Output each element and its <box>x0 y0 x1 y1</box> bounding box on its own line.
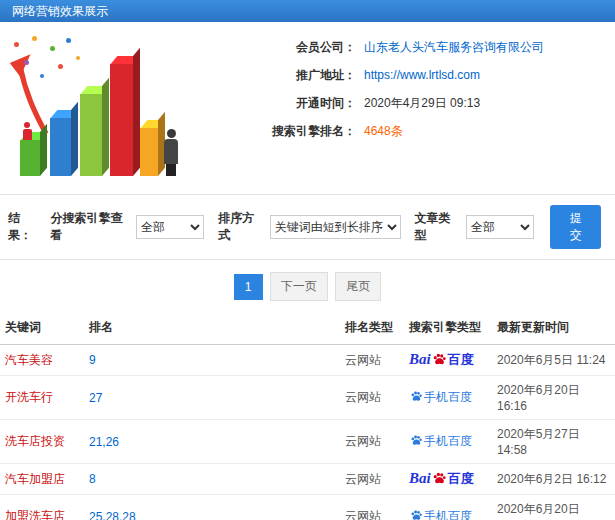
rank-cell[interactable]: 25,28,28 <box>84 495 340 520</box>
engine-cell: 手机百度 <box>404 420 492 464</box>
open-time-value: 2020年4月29日 09:13 <box>364 95 480 112</box>
type-select[interactable]: 全部 <box>466 215 534 239</box>
field-rank-count: 搜索引擎排名： 4648条 <box>196 122 609 140</box>
update-time-cell: 2020年6月20日 16:11 <box>492 495 615 520</box>
field-open-time: 开通时间： 2020年4月29日 09:13 <box>196 94 609 112</box>
member-info: 会员公司： 山东老人头汽车服务咨询有限公司 推广地址： https://www.… <box>196 30 609 182</box>
rank-count-value: 4648条 <box>364 123 403 140</box>
small-person-figure <box>20 122 34 140</box>
field-company: 会员公司： 山东老人头汽车服务咨询有限公司 <box>196 38 609 56</box>
engine-select[interactable]: 全部 <box>136 215 204 239</box>
bar-chart-illustration <box>6 30 196 182</box>
rank-cell[interactable]: 8 <box>84 464 340 495</box>
type-filter-label: 文章类型 <box>415 210 460 244</box>
rank-type-cell: 云网站 <box>340 345 404 376</box>
bar-lightgreen <box>80 94 102 176</box>
header-rank-type: 排名类型 <box>340 311 404 345</box>
header-keyword: 关键词 <box>0 311 84 345</box>
confetti-dot <box>24 60 29 65</box>
sort-select[interactable]: 关键词由短到长排序 <box>270 215 401 239</box>
mobile-baidu-logo: 手机百度 <box>409 390 472 404</box>
field-label: 推广地址： <box>196 67 356 84</box>
update-time-cell: 2020年6月20日 16:16 <box>492 376 615 420</box>
company-link[interactable]: 山东老人头汽车服务咨询有限公司 <box>364 39 544 56</box>
confetti-dot <box>58 64 63 69</box>
confetti-dot <box>32 36 37 41</box>
header-engine-type: 搜索引擎类型 <box>404 311 492 345</box>
rank-type-cell: 云网站 <box>340 495 404 520</box>
baidu-paw-icon <box>410 509 423 520</box>
app-header: 网络营销效果展示 <box>0 0 615 22</box>
confetti-dot <box>76 56 80 60</box>
last-page-button[interactable]: 尾页 <box>335 272 381 301</box>
update-time-cell: 2020年6月2日 16:12 <box>492 464 615 495</box>
pagination: 1 下一页 尾页 <box>0 260 615 311</box>
result-label: 结果： <box>8 210 42 244</box>
keyword-cell: 汽车美容 <box>0 345 84 376</box>
header-update-time: 最新更新时间 <box>492 311 615 345</box>
engine-cell: 手机百度 <box>404 495 492 520</box>
page-title: 网络营销效果展示 <box>12 4 108 18</box>
baidu-logo: Bai百度 <box>409 472 474 486</box>
baidu-paw-icon <box>432 471 447 486</box>
sort-filter-label: 排序方式 <box>218 210 263 244</box>
table-row: 洗车店投资21,26云网站手机百度2020年5月27日 14:58 <box>0 420 615 464</box>
next-page-button[interactable]: 下一页 <box>270 272 328 301</box>
filter-controls: 分搜索引擎查看 全部 排序方式 关键词由短到长排序 文章类型 全部 提交 <box>42 205 607 249</box>
baidu-logo: Bai百度 <box>409 353 474 367</box>
field-label: 开通时间： <box>196 95 356 112</box>
keyword-cell: 加盟洗车店 <box>0 495 84 520</box>
keyword-cell: 洗车店投资 <box>0 420 84 464</box>
confetti-dot <box>66 38 71 43</box>
header-rank: 排名 <box>84 311 340 345</box>
keyword-cell: 汽车加盟店 <box>0 464 84 495</box>
bar-blue <box>50 118 71 176</box>
confetti-dot <box>50 46 55 51</box>
businessman-figure <box>162 129 180 176</box>
engine-filter-label: 分搜索引擎查看 <box>50 210 130 244</box>
engine-cell: 手机百度 <box>404 376 492 420</box>
bar-red <box>110 64 133 176</box>
table-header-row: 关键词 排名 排名类型 搜索引擎类型 最新更新时间 <box>0 311 615 345</box>
update-time-cell: 2020年5月27日 14:58 <box>492 420 615 464</box>
rank-type-cell: 云网站 <box>340 376 404 420</box>
update-time-cell: 2020年6月5日 11:24 <box>492 345 615 376</box>
field-promo-url: 推广地址： https://www.lrtlsd.com <box>196 66 609 84</box>
table-row: 加盟洗车店25,28,28云网站手机百度2020年6月20日 16:11 <box>0 495 615 520</box>
page: 网络营销效果展示 <box>0 0 615 520</box>
rank-type-cell: 云网站 <box>340 464 404 495</box>
rank-cell[interactable]: 21,26 <box>84 420 340 464</box>
table-row: 汽车美容9云网站Bai百度2020年6月5日 11:24 <box>0 345 615 376</box>
bar-green <box>20 140 40 176</box>
rank-cell[interactable]: 27 <box>84 376 340 420</box>
filter-bar: 结果： 分搜索引擎查看 全部 排序方式 关键词由短到长排序 文章类型 全部 提交 <box>0 194 615 260</box>
table-row: 开洗车行27云网站手机百度2020年6月20日 16:16 <box>0 376 615 420</box>
promo-url-link[interactable]: https://www.lrtlsd.com <box>364 68 480 82</box>
keyword-cell: 开洗车行 <box>0 376 84 420</box>
field-label: 会员公司： <box>196 39 356 56</box>
baidu-paw-icon <box>410 390 423 403</box>
confetti-dot <box>40 74 44 78</box>
rank-cell[interactable]: 9 <box>84 345 340 376</box>
submit-button[interactable]: 提交 <box>550 205 601 249</box>
rank-type-cell: 云网站 <box>340 420 404 464</box>
engine-cell: Bai百度 <box>404 345 492 376</box>
mobile-baidu-logo: 手机百度 <box>409 434 472 448</box>
mobile-baidu-logo: 手机百度 <box>409 509 472 520</box>
table-row: 汽车加盟店8云网站Bai百度2020年6月2日 16:12 <box>0 464 615 495</box>
baidu-paw-icon <box>410 434 423 447</box>
field-label: 搜索引擎排名： <box>196 123 356 140</box>
results-table-body: 汽车美容9云网站Bai百度2020年6月5日 11:24开洗车行27云网站手机百… <box>0 345 615 520</box>
engine-cell: Bai百度 <box>404 464 492 495</box>
confetti-dot <box>14 42 19 47</box>
results-table: 关键词 排名 排名类型 搜索引擎类型 最新更新时间 汽车美容9云网站Bai百度2… <box>0 311 615 520</box>
bar-orange <box>140 128 158 176</box>
info-section: 会员公司： 山东老人头汽车服务咨询有限公司 推广地址： https://www.… <box>0 22 615 186</box>
baidu-paw-icon <box>432 352 447 367</box>
page-number-current[interactable]: 1 <box>234 274 263 300</box>
